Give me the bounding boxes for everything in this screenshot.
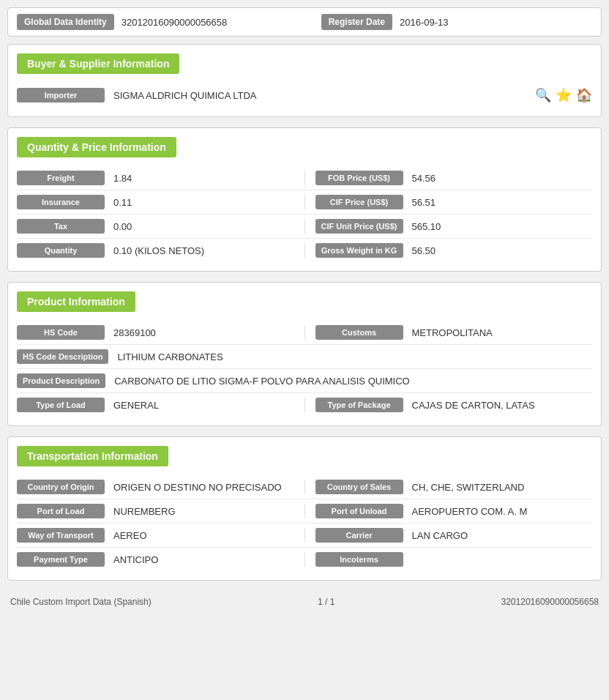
importer-icons: 🔍 ⭐ 🏠 (535, 87, 592, 103)
product-row-2: Product Description CARBONATO DE LITIO S… (17, 369, 592, 393)
top-bar: Global Data Identity 3201201609000005665… (7, 7, 602, 37)
type-of-package-value: CAJAS DE CARTON, LATAS (409, 400, 593, 411)
fob-price-label: FOB Price (US$) (315, 171, 403, 185)
transportation-section: Transportation Information Country of Or… (7, 436, 602, 581)
quantity-row-1: Insurance 0.11 CIF Price (US$) 56.51 (17, 190, 592, 215)
port-of-unload-value: AEROPUERTO COM. A. M (409, 506, 593, 517)
product-desc-value: CARBONATO DE LITIO SIGMA-F POLVO PARA AN… (111, 376, 592, 387)
payment-type-group: Payment Type ANTICIPO (17, 552, 294, 567)
quantity-price-title: Quantity & Price Information (17, 137, 176, 157)
fob-price-value: 54.56 (409, 173, 593, 184)
importer-value: SIGMA ALDRICH QUIMICA LTDA (111, 90, 529, 101)
product-desc-group: Product Description CARBONATO DE LITIO S… (17, 373, 592, 388)
insurance-group: Insurance 0.11 (17, 195, 294, 209)
freight-group: Freight 1.84 (17, 171, 294, 185)
gross-weight-label: Gross Weight in KG (315, 243, 403, 258)
way-of-transport-group: Way of Transport AEREO (17, 528, 294, 543)
footer-center: 1 / 1 (318, 597, 335, 607)
importer-row: Importer SIGMA ALDRICH QUIMICA LTDA 🔍 ⭐ … (17, 83, 592, 108)
carrier-label: Carrier (315, 528, 403, 543)
carrier-group: Carrier LAN CARGO (315, 528, 593, 543)
hs-code-group: HS Code 28369100 (17, 325, 294, 340)
register-date-value: 2016-09-13 (400, 17, 592, 28)
cif-price-group: CIF Price (US$) 56.51 (315, 195, 593, 209)
hs-code-desc-value: LITHIUM CARBONATES (114, 351, 592, 362)
tax-value: 0.00 (111, 221, 294, 232)
footer: Chile Custom Import Data (Spanish) 1 / 1… (7, 591, 602, 610)
importer-label: Importer (17, 88, 105, 103)
tax-group: Tax 0.00 (17, 219, 294, 234)
gross-weight-value: 56.50 (409, 245, 593, 256)
transport-row-1: Port of Load NUREMBERG Port of Unload AE… (17, 499, 592, 524)
tax-label: Tax (17, 219, 105, 234)
port-of-unload-group: Port of Unload AEROPUERTO COM. A. M (315, 504, 593, 518)
fob-price-group: FOB Price (US$) 54.56 (315, 171, 593, 185)
port-of-unload-label: Port of Unload (315, 504, 403, 518)
type-of-package-label: Type of Package (315, 398, 403, 412)
customs-label: Customs (315, 325, 403, 340)
type-of-package-group: Type of Package CAJAS DE CARTON, LATAS (315, 398, 593, 412)
type-of-load-label: Type of Load (17, 398, 105, 412)
type-of-load-value: GENERAL (111, 400, 294, 411)
product-title: Product Information (17, 291, 135, 312)
buyer-supplier-section: Buyer & Supplier Information Importer SI… (7, 44, 602, 117)
transport-row-2: Way of Transport AEREO Carrier LAN CARGO (17, 524, 592, 548)
port-of-load-value: NUREMBERG (111, 506, 294, 517)
transport-row-0: Country of Origin ORIGEN O DESTINO NO PR… (17, 475, 592, 499)
quantity-row-2: Tax 0.00 CIF Unit Price (US$) 565.10 (17, 215, 592, 239)
way-of-transport-label: Way of Transport (17, 528, 105, 543)
payment-type-value: ANTICIPO (111, 554, 294, 565)
insurance-label: Insurance (17, 195, 105, 209)
footer-left: Chile Custom Import Data (Spanish) (10, 597, 152, 607)
type-of-load-group: Type of Load GENERAL (17, 398, 294, 412)
product-desc-label: Product Description (17, 373, 105, 388)
payment-type-label: Payment Type (17, 552, 105, 567)
global-data-identity-value: 32012016090000056658 (122, 17, 314, 28)
transportation-title: Transportation Information (17, 446, 168, 466)
country-of-sales-value: CH, CHE, SWITZERLAND (409, 482, 593, 493)
quantity-price-section: Quantity & Price Information Freight 1.8… (7, 127, 602, 272)
cif-price-label: CIF Price (US$) (315, 195, 403, 209)
transport-row-3: Payment Type ANTICIPO Incoterms (17, 548, 592, 571)
quantity-row-0: Freight 1.84 FOB Price (US$) 54.56 (17, 166, 592, 190)
incoterms-label: Incoterms (315, 552, 403, 567)
hs-code-desc-group: HS Code Description LITHIUM CARBONATES (17, 349, 592, 364)
country-of-origin-label: Country of Origin (17, 480, 105, 494)
product-row-0: HS Code 28369100 Customs METROPOLITANA (17, 321, 592, 345)
footer-right: 32012016090000056658 (501, 597, 599, 607)
buyer-supplier-title: Buyer & Supplier Information (17, 53, 179, 74)
product-row-3: Type of Load GENERAL Type of Package CAJ… (17, 393, 592, 417)
product-section: Product Information HS Code 28369100 Cus… (7, 282, 602, 426)
port-of-load-label: Port of Load (17, 504, 105, 518)
gross-weight-group: Gross Weight in KG 56.50 (315, 243, 593, 258)
carrier-value: LAN CARGO (409, 530, 593, 541)
incoterms-group: Incoterms (315, 552, 593, 567)
quantity-value: 0.10 (KILOS NETOS) (111, 245, 294, 256)
cif-unit-price-value: 565.10 (409, 221, 593, 232)
freight-value: 1.84 (111, 173, 294, 184)
search-icon[interactable]: 🔍 (535, 87, 551, 103)
insurance-value: 0.11 (111, 197, 294, 208)
global-data-identity-label: Global Data Identity (17, 14, 114, 30)
product-row-1: HS Code Description LITHIUM CARBONATES (17, 345, 592, 369)
cif-unit-price-label: CIF Unit Price (US$) (315, 219, 403, 234)
home-icon[interactable]: 🏠 (576, 87, 592, 103)
customs-value: METROPOLITANA (409, 327, 593, 338)
country-of-sales-label: Country of Sales (315, 480, 403, 494)
hs-code-value: 28369100 (111, 327, 294, 338)
port-of-load-group: Port of Load NUREMBERG (17, 504, 294, 518)
hs-code-desc-label: HS Code Description (17, 349, 108, 364)
cif-price-value: 56.51 (409, 197, 593, 208)
star-icon[interactable]: ⭐ (556, 87, 572, 103)
customs-group: Customs METROPOLITANA (315, 325, 593, 340)
hs-code-label: HS Code (17, 325, 105, 340)
quantity-group: Quantity 0.10 (KILOS NETOS) (17, 243, 294, 258)
freight-label: Freight (17, 171, 105, 185)
way-of-transport-value: AEREO (111, 530, 294, 541)
country-of-origin-value: ORIGEN O DESTINO NO PRECISADO (111, 482, 294, 493)
register-date-label: Register Date (321, 14, 392, 30)
quantity-row-3: Quantity 0.10 (KILOS NETOS) Gross Weight… (17, 239, 592, 262)
country-of-sales-group: Country of Sales CH, CHE, SWITZERLAND (315, 480, 593, 494)
quantity-label: Quantity (17, 243, 105, 258)
country-of-origin-group: Country of Origin ORIGEN O DESTINO NO PR… (17, 480, 294, 494)
